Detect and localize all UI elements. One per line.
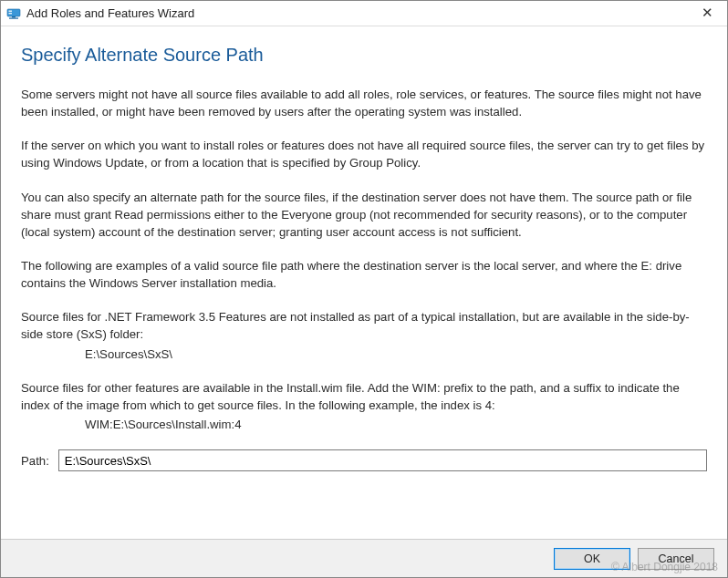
svg-rect-2 bbox=[9, 13, 13, 14]
paragraph-examples-intro: The following are examples of a valid so… bbox=[21, 257, 707, 292]
title-bar: Add Roles and Features Wizard ✕ bbox=[1, 1, 727, 26]
close-button[interactable]: ✕ bbox=[687, 0, 727, 26]
server-manager-icon bbox=[6, 6, 21, 21]
svg-rect-4 bbox=[9, 17, 18, 18]
paragraph-wim: Source files for other features are avai… bbox=[21, 379, 707, 414]
example-wim-path: WIM:E:\Sources\Install.wim:4 bbox=[21, 416, 707, 433]
svg-rect-3 bbox=[12, 16, 16, 18]
paragraph-intro-1: Some servers might not have all source f… bbox=[21, 86, 707, 120]
close-icon: ✕ bbox=[702, 5, 713, 21]
path-row: Path: bbox=[21, 449, 707, 471]
title-bar-text: Add Roles and Features Wizard bbox=[26, 6, 687, 20]
button-bar: OK Cancel bbox=[1, 539, 727, 577]
paragraph-sxs: Source files for .NET Framework 3.5 Feat… bbox=[21, 308, 707, 343]
dialog-heading: Specify Alternate Source Path bbox=[21, 45, 707, 66]
paragraph-permissions: You can also specify an alternate path f… bbox=[21, 189, 707, 241]
example-sxs-path: E:\Sources\SxS\ bbox=[21, 346, 707, 363]
ok-button[interactable]: OK bbox=[554, 548, 630, 570]
path-input[interactable] bbox=[58, 449, 707, 471]
path-label: Path: bbox=[21, 454, 49, 468]
cancel-button[interactable]: Cancel bbox=[638, 548, 714, 570]
svg-rect-1 bbox=[9, 10, 13, 11]
dialog-content: Specify Alternate Source Path Some serve… bbox=[1, 26, 727, 480]
paragraph-intro-2: If the server on which you want to insta… bbox=[21, 137, 707, 171]
